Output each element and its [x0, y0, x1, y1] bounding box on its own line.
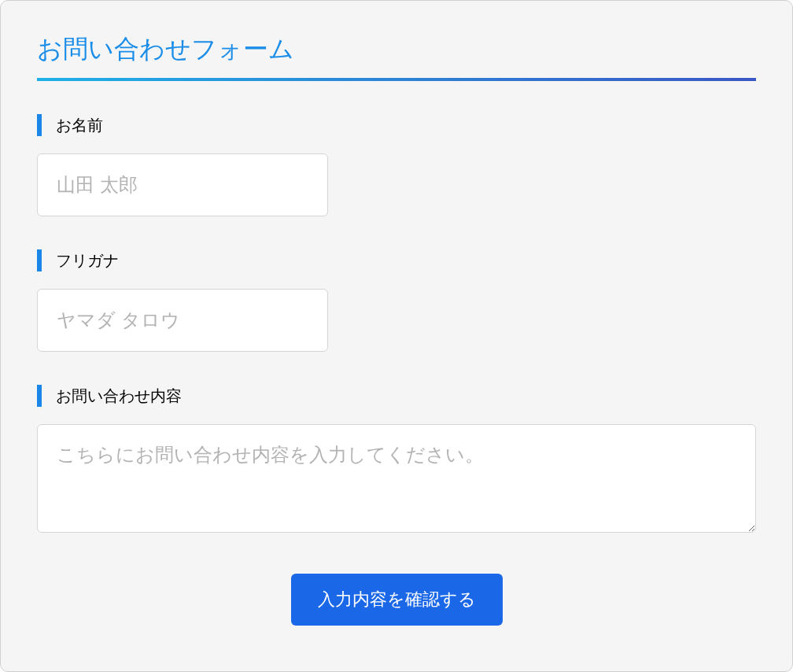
message-label-text: お問い合わせ内容: [56, 386, 182, 407]
name-label: お名前: [37, 114, 756, 136]
message-textarea[interactable]: [37, 424, 756, 533]
name-label-text: お名前: [56, 115, 103, 136]
form-title: お問い合わせフォーム: [37, 32, 756, 81]
label-bar-icon: [37, 385, 42, 407]
message-field-group: お問い合わせ内容: [37, 385, 756, 536]
submit-button[interactable]: 入力内容を確認する: [291, 574, 503, 626]
submit-row: 入力内容を確認する: [37, 574, 756, 626]
name-input[interactable]: [37, 153, 328, 216]
message-label: お問い合わせ内容: [37, 385, 756, 407]
name-field-group: お名前: [37, 114, 756, 216]
label-bar-icon: [37, 249, 42, 271]
contact-form-container: お問い合わせフォーム お名前 フリガナ お問い合わせ内容 入力内容を確認する: [0, 0, 793, 672]
label-bar-icon: [37, 114, 42, 136]
furigana-field-group: フリガナ: [37, 249, 756, 352]
furigana-label: フリガナ: [37, 249, 756, 271]
furigana-input[interactable]: [37, 289, 328, 352]
furigana-label-text: フリガナ: [56, 250, 119, 271]
